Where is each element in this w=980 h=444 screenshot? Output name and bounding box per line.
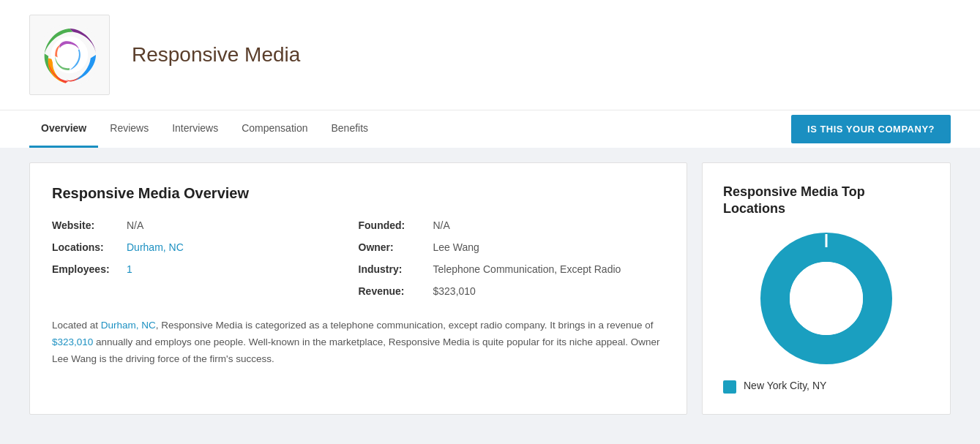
overview-title: Responsive Media Overview [52,185,665,202]
navigation-bar: Overview Reviews Interviews Compensation… [0,110,980,148]
desc-location-link[interactable]: Durham, NC [101,320,156,331]
tab-interviews[interactable]: Interviews [160,110,230,148]
top-locations-title: Responsive Media Top Locations [723,184,929,218]
info-section-left: Website: N/A Locations: Durham, NC Emplo… [52,219,359,297]
overview-card: Responsive Media Overview Website: N/A L… [29,162,687,415]
tab-overview[interactable]: Overview [29,110,98,148]
founded-label: Founded: [359,219,424,231]
company-header: Responsive Media [0,0,980,110]
revenue-row: Revenue: $323,010 [359,285,665,297]
industry-value: Telephone Communication, Except Radio [433,263,621,275]
info-section-right: Founded: N/A Owner: Lee Wang Industry: T… [359,219,665,297]
content-area: Responsive Media Overview Website: N/A L… [0,148,980,429]
company-logo [29,15,110,95]
tab-benefits[interactable]: Benefits [319,110,380,148]
svg-point-4 [790,262,863,335]
chart-legend: New York City, NY [723,379,929,394]
donut-chart [760,233,892,364]
website-row: Website: N/A [52,219,359,231]
claim-company-button[interactable]: IS THIS YOUR COMPANY? [791,115,951,143]
tab-reviews[interactable]: Reviews [98,110,160,148]
employees-label: Employees: [52,263,118,275]
website-value: N/A [127,219,143,231]
owner-label: Owner: [359,241,424,253]
revenue-label: Revenue: [359,285,424,297]
desc-revenue-link[interactable]: $323,010 [52,336,93,347]
company-description: Located at Durham, NC, Responsive Media … [52,317,665,368]
donut-chart-container [723,233,929,364]
locations-row: Locations: Durham, NC [52,241,359,253]
nav-tabs: Overview Reviews Interviews Compensation… [29,110,380,148]
industry-row: Industry: Telephone Communication, Excep… [359,263,665,275]
locations-label: Locations: [52,241,118,253]
locations-value[interactable]: Durham, NC [127,241,184,253]
legend-color-swatch [723,380,736,394]
top-locations-card: Responsive Media Top Locations New York … [702,162,951,415]
founded-row: Founded: N/A [359,219,665,231]
company-name-heading: Responsive Media [132,43,300,67]
legend-label-text: New York City, NY [744,379,826,394]
owner-value: Lee Wang [433,241,479,253]
revenue-value: $323,010 [433,285,476,297]
industry-label: Industry: [359,263,424,275]
employees-row: Employees: 1 [52,263,359,275]
tab-compensation[interactable]: Compensation [230,110,319,148]
owner-row: Owner: Lee Wang [359,241,665,253]
website-label: Website: [52,219,118,231]
founded-value: N/A [433,219,450,231]
employees-value[interactable]: 1 [127,263,132,275]
info-grid: Website: N/A Locations: Durham, NC Emplo… [52,219,665,297]
